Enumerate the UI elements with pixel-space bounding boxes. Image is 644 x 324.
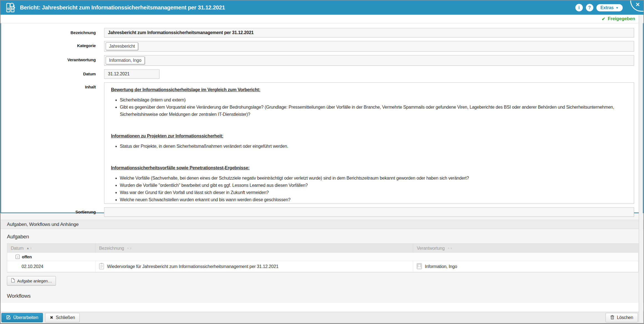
close-button-label: Schließen [56,315,75,320]
sort-desc-icon: ∨ [450,246,452,250]
tasks-workflows-section: Aufgaben, Workflows und Anhänge Aufgaben… [1,213,643,303]
column-header-label: Verantwortung [417,246,445,251]
sortierung-label: Sortierung [1,207,104,214]
section-header-bar: Aufgaben, Workflows und Anhänge [1,220,643,229]
inhalt-bullet: Welche Vorfälle (Sachverhalte, bei denen… [120,175,627,182]
check-icon: ✔ [602,16,605,22]
inhalt-bullet: Status der Projekte, in denen Sicherheit… [120,143,627,150]
tasks-table-header: Datum ▲ ∨ Bezeichnung ∧ ∨ Verantwortung [7,244,638,253]
workflows-status: Offen [7,303,643,303]
aufgaben-title: Aufgaben [7,234,643,240]
datum-value: 31.12.2021 [108,72,130,76]
add-task-button[interactable]: Aufgabe anlegen… [7,276,56,285]
table-row[interactable]: 02.10.2024 Wiedervorlage für Jahresberic… [7,261,638,272]
task-verantwortung-cell: Information, Ingo [413,261,638,272]
column-header-datum[interactable]: Datum ▲ ∨ [7,244,95,253]
task-datum: 02.10.2024 [22,264,43,269]
kategorie-field[interactable]: Jahresbericht [104,41,634,52]
datum-field[interactable]: 31.12.2021 [104,69,159,79]
inhalt-richtext[interactable]: Bewertung der Informationssicherheitslag… [104,82,634,204]
bezeichnung-field[interactable]: Jahresbericht zum Informationssicherheit… [104,28,634,37]
group-label: offen [22,254,32,259]
column-header-label: Datum [11,246,24,251]
edit-pencil-icon [6,315,11,321]
group-row-offen[interactable]: − offen [7,253,638,261]
report-window: Bericht: Jahresbericht zum Informationss… [0,0,644,324]
kategorie-label: Kategorie [1,41,104,48]
person-icon [416,262,422,271]
inhalt-section-heading: Bewertung der Informationssicherheitslag… [111,87,627,92]
form-row-datum: Datum 31.12.2021 [1,69,643,79]
tasks-table: Datum ▲ ∨ Bezeichnung ∧ ∨ Verantwortung [7,243,638,272]
sort-asc-icon: ∧ [127,246,129,250]
status-badge: Freigegeben [608,16,635,22]
column-header-label: Bezeichnung [99,246,124,251]
close-button[interactable]: ✕ [630,1,643,12]
sort-asc-icon: ▲ [26,246,29,250]
form-row-verantwortung: Verantwortung Information, Ingo [1,55,643,66]
inhalt-bullet: Gibt es gegenüber dem Vorquartal eine Ve… [120,104,627,118]
sort-desc-icon: ∨ [30,246,32,250]
inhalt-bullet: Welche neuen Schwachstellen wurden erkan… [120,196,627,203]
trash-icon [610,315,614,321]
footer-toolbar: Überarbeiten ✖ Schließen Löschen [1,312,643,323]
help-button[interactable]: ? [586,4,593,11]
inhalt-bullet: Was war der Grund für den Vorfall und lä… [120,189,627,196]
extras-button-label: Extras [601,5,614,10]
status-row: ✔ Freigegeben [1,15,643,23]
form-row-inhalt: Inhalt Bewertung der Informationssicherh… [1,82,643,204]
minus-icon: − [17,255,19,259]
vertical-scrollbar[interactable] [639,15,643,322]
info-icon: i [578,5,580,10]
verantwortung-label: Verantwortung [1,55,104,62]
column-header-bezeichnung[interactable]: Bezeichnung ∧ ∨ [95,244,413,253]
column-header-verantwortung[interactable]: Verantwortung ∧ ∨ [413,244,638,253]
chevron-down-icon: ▼ [615,6,619,9]
new-page-icon [11,278,15,284]
extras-button[interactable]: Extras ▼ [596,4,623,11]
inhalt-bullet: Wurden die Vorfälle "ordentlich" bearbei… [120,182,627,189]
close-window-button[interactable]: ✖ Schließen [45,313,80,322]
kategorie-chip[interactable]: Jahresbericht [106,42,138,50]
report-form: Bezeichnung Jahresbericht zum Informatio… [1,23,643,213]
delete-button[interactable]: Löschen [606,313,638,322]
workflows-title: Workflows [7,293,643,299]
task-verantwortung: Information, Ingo [425,264,457,269]
x-icon: ✖ [50,315,53,320]
report-binder-search-icon [6,2,16,13]
task-icon [99,262,105,271]
sort-desc-icon: ∨ [130,246,132,250]
edit-button[interactable]: Überarbeiten [1,313,43,322]
sort-asc-icon: ∧ [448,246,450,250]
collapse-icon[interactable]: − [15,255,20,259]
inhalt-bullet-list: Sicherheitslage (intern und extern) Gibt… [111,96,627,118]
verantwortung-field[interactable]: Information, Ingo [104,55,634,66]
section-title: Aufgaben, Workflows und Anhänge [7,222,79,227]
help-icon: ? [588,5,591,10]
verantwortung-chip[interactable]: Information, Ingo [106,57,145,64]
inhalt-bullet-list: Status der Projekte, in denen Sicherheit… [111,143,627,150]
edit-button-label: Überarbeiten [13,315,38,320]
delete-button-label: Löschen [617,315,633,320]
form-row-kategorie: Kategorie Jahresbericht [1,41,643,52]
sort-icons: ∧ ∨ [127,246,132,250]
task-bezeichnung: Wiedervorlage für Jahresbericht zum Info… [107,264,278,269]
title-bar: Bericht: Jahresbericht zum Informationss… [1,1,643,15]
inhalt-section-heading: Informationssicherheitsvorfälle sowie Pe… [111,165,627,170]
titlebar-actions: i ? Extras ▼ [575,4,623,11]
sort-icons: ▲ ∨ [26,246,32,250]
form-row-bezeichnung: Bezeichnung Jahresbericht zum Informatio… [1,28,643,37]
bezeichnung-value: Jahresbericht zum Informationssicherheit… [108,30,254,35]
close-icon: ✕ [635,1,640,11]
add-task-label: Aufgabe anlegen… [17,279,52,283]
sort-icons: ∧ ∨ [448,246,452,250]
sortierung-field[interactable] [104,207,634,217]
inhalt-section-heading: Informationen zu Projekten zur Informati… [111,134,627,139]
page-title: Bericht: Jahresbericht zum Informationss… [20,4,225,11]
inhalt-bullet-list: Welche Vorfälle (Sachverhalte, bei denen… [111,175,627,203]
task-datum-cell: 02.10.2024 [7,261,95,272]
datum-label: Datum [1,69,104,76]
task-bezeichnung-cell: Wiedervorlage für Jahresbericht zum Info… [95,261,413,272]
info-button[interactable]: i [575,4,583,11]
inhalt-label: Inhalt [1,82,104,89]
